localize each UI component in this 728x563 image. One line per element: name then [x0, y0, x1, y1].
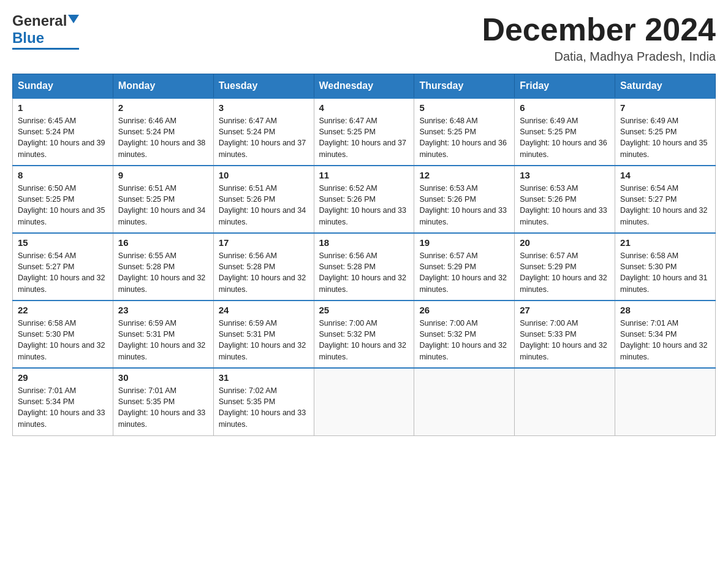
- calendar-cell: 30 Sunrise: 7:01 AMSunset: 5:35 PMDaylig…: [113, 368, 213, 435]
- day-header-thursday: Thursday: [414, 74, 515, 99]
- calendar-cell: 29 Sunrise: 7:01 AMSunset: 5:34 PMDaylig…: [13, 368, 113, 435]
- day-header-tuesday: Tuesday: [213, 74, 314, 99]
- day-number: 12: [419, 170, 509, 180]
- day-number: 6: [520, 102, 610, 113]
- day-info: Sunrise: 7:01 AMSunset: 5:34 PMDaylight:…: [18, 385, 108, 430]
- calendar-cell: 13 Sunrise: 6:53 AMSunset: 5:26 PMDaylig…: [515, 166, 615, 233]
- day-number: 3: [219, 102, 309, 113]
- month-title: December 2024: [482, 12, 716, 47]
- day-headers-row: SundayMondayTuesdayWednesdayThursdayFrid…: [13, 74, 716, 99]
- day-number: 25: [319, 305, 409, 315]
- day-number: 23: [118, 305, 208, 315]
- calendar-week-4: 22 Sunrise: 6:58 AMSunset: 5:30 PMDaylig…: [13, 301, 716, 368]
- day-info: Sunrise: 6:55 AMSunset: 5:28 PMDaylight:…: [118, 250, 208, 295]
- page-header: General Blue December 2024 Datia, Madhya…: [12, 12, 716, 64]
- calendar-cell: [314, 368, 414, 435]
- calendar-cell: 15 Sunrise: 6:54 AMSunset: 5:27 PMDaylig…: [13, 233, 113, 301]
- day-header-saturday: Saturday: [615, 74, 716, 99]
- day-number: 1: [18, 102, 108, 113]
- day-number: 2: [118, 102, 208, 113]
- day-number: 26: [419, 305, 509, 315]
- day-number: 18: [319, 237, 409, 248]
- calendar-week-3: 15 Sunrise: 6:54 AMSunset: 5:27 PMDaylig…: [13, 233, 716, 301]
- day-info: Sunrise: 6:51 AMSunset: 5:25 PMDaylight:…: [118, 183, 208, 228]
- day-info: Sunrise: 6:47 AMSunset: 5:24 PMDaylight:…: [219, 115, 309, 160]
- day-number: 14: [620, 170, 710, 180]
- day-header-wednesday: Wednesday: [314, 74, 414, 99]
- calendar-cell: 6 Sunrise: 6:49 AMSunset: 5:25 PMDayligh…: [515, 98, 615, 166]
- title-section: December 2024 Datia, Madhya Pradesh, Ind…: [482, 12, 716, 64]
- day-info: Sunrise: 6:58 AMSunset: 5:30 PMDaylight:…: [18, 318, 108, 362]
- day-info: Sunrise: 6:53 AMSunset: 5:26 PMDaylight:…: [419, 183, 509, 228]
- calendar-cell: 25 Sunrise: 7:00 AMSunset: 5:32 PMDaylig…: [314, 301, 414, 368]
- calendar-cell: 27 Sunrise: 7:00 AMSunset: 5:33 PMDaylig…: [515, 301, 615, 368]
- calendar-cell: 22 Sunrise: 6:58 AMSunset: 5:30 PMDaylig…: [13, 301, 113, 368]
- logo-triangle-icon: [68, 15, 79, 23]
- day-number: 11: [319, 170, 409, 180]
- day-info: Sunrise: 6:56 AMSunset: 5:28 PMDaylight:…: [319, 250, 409, 295]
- calendar-cell: [515, 368, 615, 435]
- day-header-monday: Monday: [113, 74, 213, 99]
- day-number: 16: [118, 237, 208, 248]
- day-number: 13: [520, 170, 610, 180]
- day-info: Sunrise: 6:49 AMSunset: 5:25 PMDaylight:…: [520, 115, 610, 160]
- logo: General Blue: [12, 12, 79, 50]
- day-number: 19: [419, 237, 509, 248]
- calendar-cell: 24 Sunrise: 6:59 AMSunset: 5:31 PMDaylig…: [213, 301, 314, 368]
- day-info: Sunrise: 6:59 AMSunset: 5:31 PMDaylight:…: [118, 318, 208, 362]
- day-number: 9: [118, 170, 208, 180]
- calendar-cell: 8 Sunrise: 6:50 AMSunset: 5:25 PMDayligh…: [13, 166, 113, 233]
- day-info: Sunrise: 7:01 AMSunset: 5:34 PMDaylight:…: [620, 318, 710, 362]
- day-number: 15: [18, 237, 108, 248]
- day-info: Sunrise: 7:02 AMSunset: 5:35 PMDaylight:…: [219, 385, 309, 430]
- day-info: Sunrise: 6:49 AMSunset: 5:25 PMDaylight:…: [620, 115, 710, 160]
- calendar-cell: 4 Sunrise: 6:47 AMSunset: 5:25 PMDayligh…: [314, 98, 414, 166]
- day-header-sunday: Sunday: [13, 74, 113, 99]
- day-info: Sunrise: 6:58 AMSunset: 5:30 PMDaylight:…: [620, 250, 710, 295]
- calendar-cell: 5 Sunrise: 6:48 AMSunset: 5:25 PMDayligh…: [414, 98, 515, 166]
- day-number: 8: [18, 170, 108, 180]
- day-info: Sunrise: 7:00 AMSunset: 5:33 PMDaylight:…: [520, 318, 610, 362]
- day-info: Sunrise: 6:57 AMSunset: 5:29 PMDaylight:…: [419, 250, 509, 295]
- day-info: Sunrise: 6:56 AMSunset: 5:28 PMDaylight:…: [219, 250, 309, 295]
- day-number: 4: [319, 102, 409, 113]
- day-info: Sunrise: 6:52 AMSunset: 5:26 PMDaylight:…: [319, 183, 409, 228]
- day-info: Sunrise: 7:00 AMSunset: 5:32 PMDaylight:…: [419, 318, 509, 362]
- day-header-friday: Friday: [515, 74, 615, 99]
- day-number: 24: [219, 305, 309, 315]
- calendar-header: SundayMondayTuesdayWednesdayThursdayFrid…: [13, 74, 716, 99]
- calendar-cell: 10 Sunrise: 6:51 AMSunset: 5:26 PMDaylig…: [213, 166, 314, 233]
- logo-blue-text: Blue: [12, 29, 44, 47]
- day-info: Sunrise: 6:54 AMSunset: 5:27 PMDaylight:…: [18, 250, 108, 295]
- calendar-cell: 17 Sunrise: 6:56 AMSunset: 5:28 PMDaylig…: [213, 233, 314, 301]
- calendar-cell: 12 Sunrise: 6:53 AMSunset: 5:26 PMDaylig…: [414, 166, 515, 233]
- calendar-cell: 7 Sunrise: 6:49 AMSunset: 5:25 PMDayligh…: [615, 98, 716, 166]
- day-number: 20: [520, 237, 610, 248]
- calendar-week-1: 1 Sunrise: 6:45 AMSunset: 5:24 PMDayligh…: [13, 98, 716, 166]
- day-info: Sunrise: 6:46 AMSunset: 5:24 PMDaylight:…: [118, 115, 208, 160]
- day-info: Sunrise: 6:45 AMSunset: 5:24 PMDaylight:…: [18, 115, 108, 160]
- day-number: 30: [118, 372, 208, 383]
- day-number: 5: [419, 102, 509, 113]
- location-subtitle: Datia, Madhya Pradesh, India: [482, 50, 716, 64]
- day-info: Sunrise: 6:48 AMSunset: 5:25 PMDaylight:…: [419, 115, 509, 160]
- calendar-cell: 14 Sunrise: 6:54 AMSunset: 5:27 PMDaylig…: [615, 166, 716, 233]
- day-number: 29: [18, 372, 108, 383]
- calendar-table: SundayMondayTuesdayWednesdayThursdayFrid…: [12, 74, 716, 436]
- calendar-cell: 20 Sunrise: 6:57 AMSunset: 5:29 PMDaylig…: [515, 233, 615, 301]
- calendar-cell: 23 Sunrise: 6:59 AMSunset: 5:31 PMDaylig…: [113, 301, 213, 368]
- day-number: 21: [620, 237, 710, 248]
- calendar-cell: 3 Sunrise: 6:47 AMSunset: 5:24 PMDayligh…: [213, 98, 314, 166]
- day-info: Sunrise: 6:47 AMSunset: 5:25 PMDaylight:…: [319, 115, 409, 160]
- day-number: 31: [219, 372, 309, 383]
- calendar-cell: 26 Sunrise: 7:00 AMSunset: 5:32 PMDaylig…: [414, 301, 515, 368]
- day-info: Sunrise: 7:01 AMSunset: 5:35 PMDaylight:…: [118, 385, 208, 430]
- day-info: Sunrise: 6:51 AMSunset: 5:26 PMDaylight:…: [219, 183, 309, 228]
- calendar-cell: 18 Sunrise: 6:56 AMSunset: 5:28 PMDaylig…: [314, 233, 414, 301]
- day-info: Sunrise: 6:54 AMSunset: 5:27 PMDaylight:…: [620, 183, 710, 228]
- day-info: Sunrise: 7:00 AMSunset: 5:32 PMDaylight:…: [319, 318, 409, 362]
- calendar-cell: [615, 368, 716, 435]
- logo-underline: [12, 48, 79, 50]
- calendar-body: 1 Sunrise: 6:45 AMSunset: 5:24 PMDayligh…: [13, 98, 716, 435]
- day-number: 28: [620, 305, 710, 315]
